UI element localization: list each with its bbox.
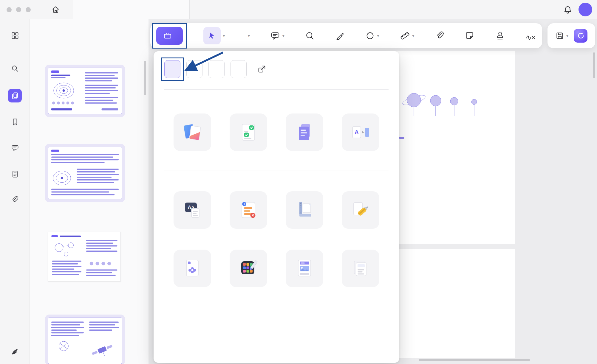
search-annotation-tool[interactable] (305, 31, 315, 41)
mode-switcher (164, 60, 389, 78)
vertical-scrollbar[interactable] (593, 52, 595, 78)
menu-item-einfuegen[interactable] (164, 113, 220, 155)
thumbnail-preview (48, 68, 122, 114)
extract-pages-icon (230, 113, 267, 151)
menu-item-wasserzeichen[interactable] (164, 250, 220, 291)
menu-item-drehen[interactable]: A (332, 113, 389, 155)
tools-button[interactable] (156, 27, 183, 45)
pages-icon (11, 92, 19, 100)
select-tool[interactable]: ▾ (203, 27, 225, 44)
bates-numbering-icon (342, 250, 379, 287)
rotate-pages-icon: A (342, 113, 379, 151)
window-minimize-button[interactable] (16, 7, 21, 12)
right-toolbar: ▾ (547, 23, 595, 48)
organize-tiles: A (164, 113, 389, 155)
signature-icon (525, 31, 536, 41)
divider (164, 89, 389, 90)
ink-signature-button[interactable] (8, 345, 22, 358)
menu-item-extrahieren[interactable] (220, 113, 276, 155)
notification-bell-button[interactable] (562, 4, 574, 16)
edit-tiles-row1: Aa (164, 191, 389, 233)
external-link-icon (257, 65, 266, 74)
mode-bearbeiten-button[interactable] (186, 60, 202, 78)
measure-tool[interactable]: ▾ (400, 31, 415, 41)
heading-tool[interactable]: ▾ (246, 33, 250, 38)
circle-shape-icon (365, 31, 375, 41)
search-icon (11, 65, 19, 73)
bookmarks-button[interactable] (8, 115, 22, 129)
open-in-new-window-button[interactable] (257, 65, 266, 74)
magnifier-icon (305, 31, 315, 41)
document-tab[interactable] (73, 0, 190, 19)
window-zoom-button[interactable] (26, 7, 31, 12)
thumbnail-page-1[interactable] (45, 65, 125, 117)
ai-icon (576, 32, 585, 40)
thumbnail-page-4[interactable] (45, 315, 125, 364)
menu-item-ersetzen[interactable] (276, 113, 332, 155)
attach-file-tool[interactable] (435, 31, 445, 41)
attachments-button[interactable] (8, 193, 22, 206)
ocr-icon: Aa (174, 191, 211, 229)
sticker-icon (465, 31, 475, 41)
grid-icon (11, 32, 19, 40)
sticker-tool[interactable] (465, 31, 475, 41)
thumbnails-panel (30, 19, 149, 364)
user-avatar[interactable] (579, 3, 592, 16)
left-icon-rail (0, 19, 30, 364)
signature-tool[interactable] (525, 31, 536, 41)
menu-item-vergleichen[interactable] (220, 191, 276, 233)
save-tool[interactable]: ▾ (555, 31, 569, 40)
search-button[interactable] (8, 62, 22, 75)
comments-button[interactable] (8, 141, 22, 155)
highlighted-text-fragment (399, 137, 404, 139)
mode-schwaerzen-button[interactable] (231, 60, 247, 78)
brush-swoosh-icon (11, 347, 19, 356)
stamp-icon (495, 31, 505, 41)
divider (164, 170, 389, 170)
page-thumbnails-button[interactable] (8, 89, 22, 102)
main-toolbar: ▾ ▾ ▾ (150, 23, 542, 48)
menu-item-zuschneiden[interactable] (276, 191, 332, 233)
thumbnail-preview (48, 147, 122, 199)
thumbnail-page-2[interactable] (45, 144, 125, 202)
view-switcher-button[interactable] (8, 29, 22, 42)
mode-kommentar-button[interactable] (164, 60, 180, 78)
thumbnails-scrollbar[interactable] (144, 61, 146, 95)
bookmark-icon (11, 118, 19, 126)
highlighter-pen-icon (335, 31, 345, 41)
watermark-icon (174, 250, 211, 287)
mode-formular-button[interactable] (208, 60, 225, 78)
home-button[interactable] (50, 3, 62, 16)
comment-tool[interactable]: ▾ (270, 31, 284, 41)
horizontal-scrollbar[interactable] (419, 359, 530, 361)
chevron-down-icon: ▾ (377, 33, 379, 38)
thumbnail-preview (48, 318, 122, 364)
comment-bubble-icon (270, 31, 280, 41)
chevron-down-icon: ▾ (412, 33, 415, 38)
cursor-icon (208, 32, 216, 40)
header-footer-icon (286, 250, 323, 287)
svg-text:A: A (355, 129, 359, 136)
app-window: ▾ ▾ ▾ (0, 0, 597, 364)
chevron-down-icon: ▾ (566, 33, 569, 38)
menu-item-hintergrund[interactable] (220, 250, 276, 291)
shape-ellipse-tool[interactable]: ▾ (365, 31, 379, 41)
save-icon (555, 31, 564, 40)
annotations-list-button[interactable] (8, 167, 22, 181)
background-icon (230, 250, 267, 287)
compare-icon (230, 191, 267, 229)
menu-item-teilen[interactable] (332, 191, 389, 233)
ai-assistant-button[interactable] (574, 29, 587, 43)
document-lines-icon (11, 170, 19, 178)
highlighter-tool[interactable] (335, 31, 345, 41)
menu-item-kopf-fusszeile[interactable] (276, 250, 332, 291)
window-close-button[interactable] (7, 7, 12, 12)
crop-icon (286, 191, 323, 229)
paperclip-icon (11, 196, 19, 204)
menu-item-ocr[interactable]: Aa (164, 191, 220, 233)
thumbnail-page-3[interactable] (48, 232, 121, 281)
chat-bubble-icon (11, 144, 19, 152)
stamp-tool[interactable] (495, 31, 505, 41)
menu-item-bates[interactable] (332, 250, 389, 291)
insert-pages-icon (174, 113, 211, 151)
